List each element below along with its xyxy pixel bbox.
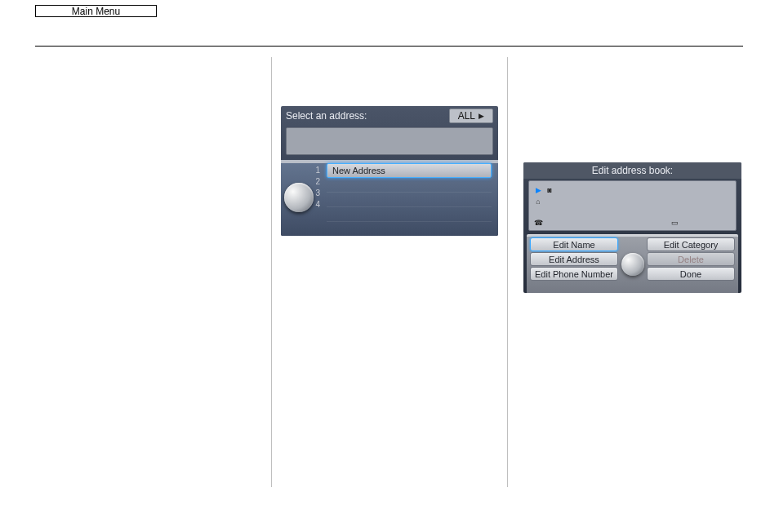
address-list-panel: 1 2 3 4 New Address: [281, 160, 498, 236]
rotary-knob-icon[interactable]: [284, 183, 314, 212]
category-filter-label: ALL: [458, 110, 475, 122]
address-list-item-new-address[interactable]: New Address: [327, 163, 492, 178]
house-icon: ⌂: [534, 197, 542, 206]
row-number: 1: [314, 165, 320, 176]
edit-buttons-panel: Edit Name Edit Category Edit Address Del…: [527, 234, 738, 293]
address-detail-box: ▶ ◙ ⌂ ☎ ▭: [528, 180, 737, 231]
column-divider-2: [507, 57, 508, 487]
select-address-screen: Select an address: ALL ▶ 1 2 3 4 New Add…: [281, 106, 498, 236]
detail-row-address: ⌂: [534, 196, 731, 207]
camera-icon: ◙: [545, 186, 554, 194]
edit-category-button[interactable]: Edit Category: [647, 237, 735, 251]
row-number: 2: [314, 176, 320, 188]
column-divider-1: [271, 57, 272, 487]
edit-name-button[interactable]: Edit Name: [530, 237, 618, 251]
edit-phone-number-button[interactable]: Edit Phone Number: [530, 267, 618, 281]
detail-row-name: ▶ ◙: [534, 184, 731, 196]
phone-icon: ☎: [534, 219, 542, 227]
address-name-input[interactable]: [286, 127, 493, 155]
address-list-item[interactable]: [327, 193, 492, 207]
row-number: 4: [314, 199, 320, 211]
detail-row-phone: ☎ ▭: [534, 217, 731, 228]
card-icon: ▭: [670, 219, 679, 227]
row-number: 3: [314, 188, 320, 199]
edit-address-book-title: Edit address book:: [523, 162, 741, 179]
address-list: New Address: [325, 160, 498, 236]
chevron-right-icon: ▶: [479, 112, 484, 120]
category-filter-dropdown[interactable]: ALL ▶: [449, 109, 493, 123]
edit-address-button[interactable]: Edit Address: [530, 252, 618, 266]
play-icon: ▶: [534, 186, 542, 194]
select-address-title: Select an address:: [286, 110, 367, 122]
rotary-knob-icon[interactable]: [621, 253, 644, 276]
horizontal-rule: [35, 46, 743, 47]
main-menu-button[interactable]: Main Menu: [35, 5, 157, 17]
detail-row-spacer: [534, 207, 731, 217]
select-address-header: Select an address: ALL ▶: [281, 106, 498, 126]
address-list-item[interactable]: [327, 178, 492, 193]
scroll-dial-area: 1 2 3 4: [281, 160, 325, 236]
delete-button[interactable]: Delete: [647, 252, 735, 266]
done-button[interactable]: Done: [647, 267, 735, 281]
row-numbers: 1 2 3 4: [314, 165, 320, 211]
edit-address-book-screen: Edit address book: ▶ ◙ ⌂ ☎ ▭ Edit Name E…: [523, 162, 741, 293]
address-list-item[interactable]: [327, 207, 492, 222]
